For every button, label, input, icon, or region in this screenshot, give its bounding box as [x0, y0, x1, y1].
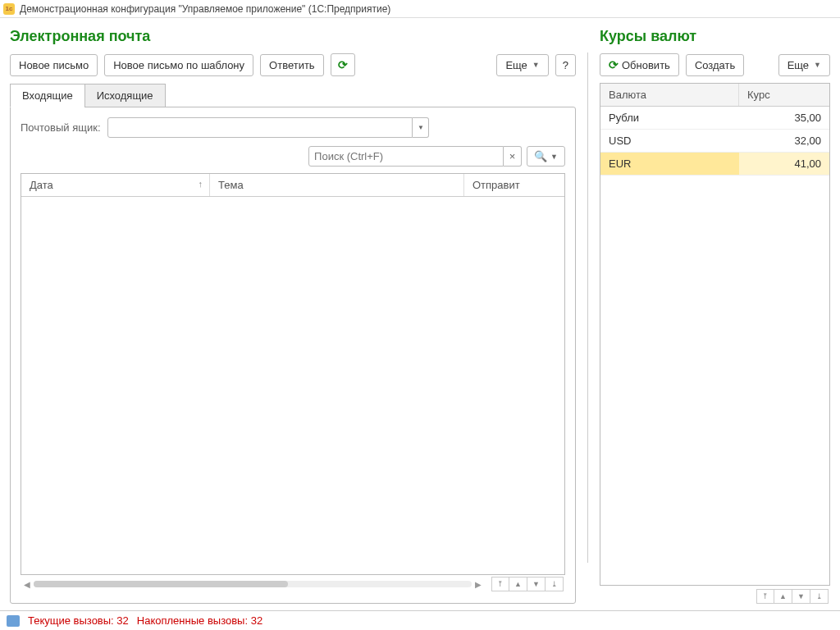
nav-first-button[interactable]: ⤒ [491, 577, 509, 591]
nav-down-button[interactable]: ▼ [527, 577, 546, 591]
nav-down-button[interactable]: ▼ [792, 589, 810, 604]
rate-value: 35,00 [739, 107, 829, 129]
email-nav-buttons: ⤒ ▲ ▼ ⤓ [491, 577, 564, 591]
mailbox-combo: ▼ [107, 117, 429, 138]
hscroll[interactable]: ◀ ▶ [22, 580, 483, 589]
nav-last-button[interactable]: ⤓ [546, 577, 564, 591]
chevron-down-icon: ▼ [532, 61, 540, 69]
new-from-template-button[interactable]: Новое письмо по шаблону [104, 54, 253, 76]
col-date[interactable]: Дата ↑ [21, 174, 210, 196]
titlebar: 1c Демонстрационная конфигурация "Управл… [0, 0, 840, 18]
col-sender[interactable]: Отправит [464, 174, 564, 196]
rate-currency: USD [600, 130, 739, 152]
email-tabs: Входящие Исходящие [10, 83, 576, 107]
rates-refresh-button[interactable]: ⟳Обновить [600, 53, 679, 76]
status-current-calls: Текущие вызовы: 32 [28, 614, 129, 627]
statusbar: Текущие вызовы: 32 Накопленные вызовы: 3… [0, 610, 840, 630]
reply-button[interactable]: Ответить [260, 54, 324, 76]
refresh-button[interactable]: ⟳ [331, 53, 355, 76]
email-help-button[interactable]: ? [555, 54, 576, 76]
rates-create-button[interactable]: Создать [686, 54, 744, 76]
email-table-footer: ◀ ▶ ⤒ ▲ ▼ ⤓ [21, 575, 565, 593]
col-rate[interactable]: Курс [739, 84, 829, 106]
content: Электронная почта Новое письмо Новое пис… [0, 18, 840, 610]
hscroll-thumb[interactable] [34, 581, 288, 587]
rates-title: Курсы валют [600, 28, 830, 45]
chevron-down-icon: ▼ [550, 153, 558, 161]
app-icon: 1c [3, 3, 15, 15]
status-icon [7, 615, 20, 627]
nav-up-button[interactable]: ▲ [774, 589, 792, 604]
search-input[interactable] [308, 146, 504, 167]
status-accumulated-calls: Накопленные вызовы: 32 [137, 614, 262, 627]
hscroll-track[interactable] [34, 581, 472, 587]
rates-thead: Валюта Курс [600, 84, 829, 107]
rate-value: 32,00 [739, 130, 829, 152]
rate-row[interactable]: USD32,00 [600, 130, 829, 153]
search-row: × 🔍▼ [21, 146, 565, 167]
email-table: Дата ↑ Тема Отправит [21, 173, 565, 575]
rates-toolbar: ⟳Обновить Создать Еще▼ [600, 53, 830, 76]
email-thead: Дата ↑ Тема Отправит [21, 174, 564, 197]
refresh-icon: ⟳ [609, 58, 619, 71]
scroll-right-icon[interactable]: ▶ [473, 580, 483, 589]
search-icon: 🔍 [534, 150, 547, 162]
rates-table: Валюта Курс Рубли35,00USD32,00EUR41,00 [600, 83, 830, 586]
refresh-icon: ⟳ [338, 58, 348, 71]
search-clear-button[interactable]: × [504, 146, 522, 167]
new-letter-button[interactable]: Новое письмо [10, 54, 98, 76]
rates-panel: Курсы валют ⟳Обновить Создать Еще▼ Валют… [588, 28, 830, 604]
scroll-left-icon[interactable]: ◀ [22, 580, 32, 589]
rates-tbody: Рубли35,00USD32,00EUR41,00 [600, 107, 829, 585]
rate-row[interactable]: EUR41,00 [600, 153, 829, 176]
tab-body: Почтовый ящик: ▼ × 🔍▼ Дата ↑ [10, 107, 576, 604]
mailbox-label: Почтовый ящик: [21, 121, 101, 134]
mailbox-row: Почтовый ящик: ▼ [21, 117, 565, 138]
nav-up-button[interactable]: ▲ [509, 577, 527, 591]
chevron-down-icon: ▼ [814, 61, 821, 69]
rates-more-button[interactable]: Еще▼ [778, 54, 830, 76]
rates-footer: ⤒ ▲ ▼ ⤓ [600, 586, 830, 604]
mailbox-dropdown-button[interactable]: ▼ [413, 117, 429, 138]
tab-inbox[interactable]: Входящие [10, 84, 85, 107]
nav-first-button[interactable]: ⤒ [756, 589, 774, 604]
tab-outbox[interactable]: Исходящие [84, 84, 166, 107]
chevron-down-icon: ▼ [418, 124, 424, 131]
email-tbody [21, 197, 564, 574]
col-subject[interactable]: Тема [210, 174, 464, 196]
rate-row[interactable]: Рубли35,00 [600, 107, 829, 130]
email-panel: Электронная почта Новое письмо Новое пис… [10, 28, 576, 604]
nav-last-button[interactable]: ⤓ [810, 589, 829, 604]
email-toolbar: Новое письмо Новое письмо по шаблону Отв… [10, 53, 576, 76]
mailbox-input[interactable] [107, 117, 413, 138]
rate-currency: Рубли [600, 107, 739, 129]
search-button[interactable]: 🔍▼ [527, 146, 565, 167]
email-title: Электронная почта [10, 28, 576, 45]
email-more-button[interactable]: Еще▼ [496, 54, 548, 76]
search-box: × [308, 146, 522, 167]
rates-nav-buttons: ⤒ ▲ ▼ ⤓ [756, 589, 829, 604]
rate-value: 41,00 [739, 153, 829, 175]
rate-currency: EUR [600, 153, 739, 175]
col-currency[interactable]: Валюта [600, 84, 739, 106]
sort-asc-icon: ↑ [199, 179, 203, 189]
title-text: Демонстрационная конфигурация "Управляем… [20, 3, 390, 15]
